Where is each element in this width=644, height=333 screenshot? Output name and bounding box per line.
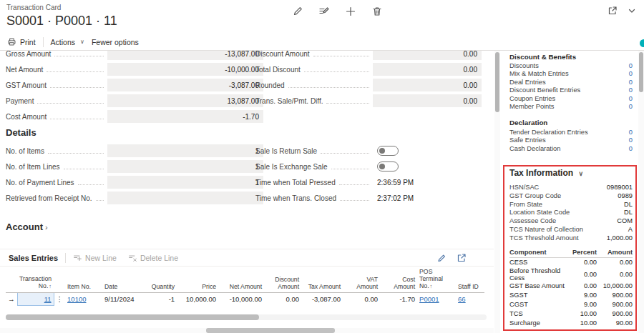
popout-icon[interactable] — [608, 6, 618, 16]
page-horizontal-scrollbar[interactable] — [0, 328, 494, 333]
table-row: GST Base Amount0.0010,000.00 — [509, 282, 633, 291]
factbox-vertical-scrollbar[interactable] — [638, 51, 644, 333]
mix-match-count-link[interactable]: 0 — [629, 70, 633, 78]
field-tcs-nature-of-collection: TCS Nature of CollectionA — [509, 226, 633, 234]
field-gross-amount: Gross Amount -13,087.00 — [6, 51, 263, 60]
toggle-knob — [379, 148, 385, 154]
col-discount-amount[interactable]: Discount Amount — [264, 268, 301, 292]
no-of-item-lines-value[interactable]: 1 — [107, 160, 263, 173]
tax-component-table: Component Percent Amount CESS0.000.00 Be… — [509, 249, 633, 328]
delete-line-icon — [128, 253, 137, 262]
price-cell[interactable]: 10,000.00 — [177, 292, 218, 305]
discount-amount-cell[interactable]: 0.00 — [264, 292, 301, 305]
field-no-of-item-lines: No. of Item Lines 1 — [6, 160, 263, 173]
edit-icon[interactable] — [292, 6, 303, 17]
time-trans-closed-value[interactable]: 2:37:02 PM — [373, 192, 482, 204]
trans-sale-pmt-diff-value[interactable]: 0.00 — [373, 94, 482, 107]
sales-entries-part: Sales Entries New Line Delete Line — [0, 249, 494, 306]
col-net-amount[interactable]: Net Amount — [218, 268, 264, 292]
notification-badge[interactable] — [640, 39, 644, 47]
field-tcs-threshold-amount: TCS Threshold Amount1,000.00 — [509, 234, 633, 243]
total-discount-value[interactable]: 0.00 — [373, 63, 482, 76]
sale-is-exchange-sale-toggle[interactable] — [377, 161, 399, 172]
table-row: Before Threshold Cess0.000.00 — [509, 267, 633, 282]
col-vat-amount[interactable]: VAT Amount — [343, 268, 380, 292]
no-of-items-value[interactable]: 1 — [107, 144, 263, 157]
tender-declaration-count-link[interactable]: 0 — [629, 129, 633, 136]
sales-entries-table: Transaction No.↑ Item No. Date Quantity … — [6, 268, 484, 306]
chevron-down-icon: ∨ — [80, 39, 84, 45]
discount-amount-value[interactable]: 0.00 — [373, 51, 482, 60]
cash-declaration-count-link[interactable]: 0 — [629, 145, 633, 153]
field-from-state: From StateDL — [509, 201, 633, 209]
discount-benefit-count-link[interactable]: 0 — [629, 86, 633, 94]
discount-benefits-heading: Discount & Benefits — [509, 53, 633, 61]
transaction-no-link[interactable]: 11 — [44, 295, 52, 303]
table-row: Surcharge10.0090.00 — [509, 319, 633, 328]
pos-terminal-link[interactable]: P0001 — [419, 295, 439, 303]
field-gst-group-code: GST Group Code0989 — [509, 192, 633, 201]
coupon-entries-count-link[interactable]: 0 — [629, 95, 633, 103]
tax-information-heading[interactable]: Tax Information ∨ — [509, 168, 633, 178]
retrieved-from-receipt-no-value[interactable] — [107, 192, 263, 204]
cost-amount-cell[interactable]: -1.70 — [380, 292, 417, 305]
add-icon[interactable] — [345, 6, 356, 17]
item-no-link[interactable]: 10100 — [67, 295, 86, 303]
col-pos-terminal-no[interactable]: POS Terminal No.↑ — [417, 268, 456, 292]
delete-line-button[interactable]: Delete Line — [128, 253, 178, 262]
col-staff-id[interactable]: Staff ID — [456, 268, 484, 292]
no-of-payment-lines-value[interactable]: 1 — [107, 176, 263, 189]
tax-amount-cell[interactable]: -3,087.00 — [301, 292, 343, 305]
edit-list-icon[interactable] — [318, 6, 330, 17]
gross-amount-value[interactable]: -13,087.00 — [107, 51, 263, 60]
col-quantity[interactable]: Quantity — [144, 268, 177, 292]
cost-amount-value[interactable]: -1.70 — [107, 110, 263, 123]
discount-benefits-list: Discounts0 Mix & Match Entries0 Deal Ent… — [509, 62, 633, 111]
new-line-button[interactable]: New Line — [73, 253, 117, 262]
scrollbar-thumb[interactable] — [6, 314, 259, 320]
field-time-when-total-pressed: Time when Total Pressed 2:36:59 PM — [255, 176, 482, 189]
scrollbar-thumb[interactable] — [639, 52, 643, 92]
col-item-no[interactable]: Item No. — [65, 268, 102, 292]
print-button[interactable]: Print — [7, 37, 36, 46]
delete-icon[interactable] — [371, 6, 383, 17]
time-total-pressed-value[interactable]: 2:36:59 PM — [373, 176, 482, 189]
date-cell[interactable]: 9/11/2024 — [102, 292, 144, 305]
field-sale-is-exchange-sale: Sale Is Exchange Sale — [255, 160, 482, 173]
sales-entries-hscrollbar[interactable] — [6, 314, 487, 320]
main-vertical-scrollbar[interactable] — [494, 51, 500, 333]
fewer-options-button[interactable]: Fewer options — [92, 38, 139, 46]
deal-entries-count-link[interactable]: 0 — [629, 79, 633, 86]
account-section-heading[interactable]: Account› — [6, 222, 48, 232]
col-tax-amount[interactable]: Tax Amount — [301, 268, 343, 292]
gst-amount-value[interactable]: -3,087.00 — [107, 79, 263, 91]
field-gst-amount: GST Amount -3,087.00 — [6, 79, 263, 91]
scrollbar-thumb[interactable] — [206, 328, 335, 333]
actions-menu-button[interactable]: Actions ∨ — [51, 38, 84, 46]
col-transaction-no[interactable]: Transaction No.↑ — [17, 268, 54, 292]
col-component: Component — [509, 249, 568, 258]
vat-amount-cell[interactable]: 0.00 — [343, 292, 380, 305]
chevron-down-icon[interactable] — [627, 6, 637, 16]
field-trans-sale-pmt-diff: Trans. Sale/Pmt. Diff. 0.00 — [255, 94, 482, 107]
edit-list-icon[interactable] — [436, 253, 447, 263]
quantity-cell[interactable]: -1 — [144, 292, 177, 305]
staff-id-link[interactable]: 66 — [458, 295, 466, 303]
member-points-count-link[interactable]: 0 — [629, 103, 633, 111]
rounded-value[interactable]: 0.00 — [373, 79, 482, 91]
share-icon[interactable] — [457, 253, 467, 263]
discounts-count-link[interactable]: 0 — [629, 62, 633, 70]
net-amount-value[interactable]: -10,000.00 — [107, 63, 263, 76]
col-price[interactable]: Price — [177, 268, 218, 292]
net-amount-cell[interactable]: -10,000.00 — [218, 292, 264, 305]
table-row: CESS0.000.00 — [509, 258, 633, 267]
card-toolbar — [292, 6, 383, 17]
sale-is-return-sale-toggle[interactable] — [377, 146, 399, 156]
field-net-amount: Net Amount -10,000.00 — [6, 63, 263, 76]
scrollbar-thumb[interactable] — [495, 52, 499, 112]
col-cost-amount[interactable]: Cost Amount — [380, 268, 417, 292]
safe-entries-count-link[interactable]: 0 — [629, 136, 633, 144]
row-menu-icon[interactable]: ⋮ — [54, 292, 65, 305]
col-date[interactable]: Date — [102, 268, 144, 292]
payment-value[interactable]: 13,087.00 — [107, 94, 263, 107]
